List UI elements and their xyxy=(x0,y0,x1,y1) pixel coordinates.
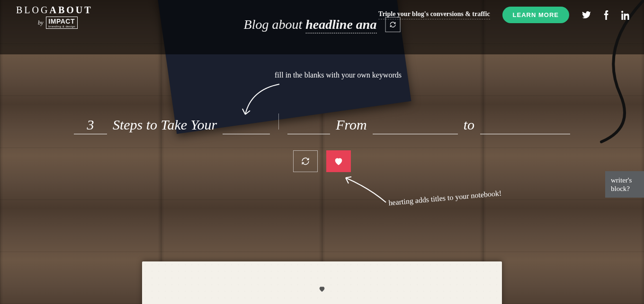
refresh-icon xyxy=(389,21,396,28)
action-row xyxy=(293,150,351,172)
impact-subtext: branding & design xyxy=(48,25,75,28)
blog-about-prefix: Blog about xyxy=(244,17,306,32)
logo-subtitle: by IMPACT branding & design xyxy=(16,17,93,29)
refresh-headline-button[interactable] xyxy=(293,150,318,172)
impact-text: IMPACT xyxy=(48,17,75,25)
impact-badge: IMPACT branding & design xyxy=(46,17,78,29)
writers-block-tab[interactable]: writer's block? xyxy=(605,171,644,198)
notebook[interactable] xyxy=(142,261,502,304)
heart-icon xyxy=(333,156,344,166)
notebook-heart-icon xyxy=(318,285,326,295)
logo-text: BLOGABOUT xyxy=(16,5,93,16)
arrow-heart-icon xyxy=(341,174,393,212)
logo-part1: BLOG xyxy=(16,5,49,15)
headline-text-1: Steps to Take Your xyxy=(113,117,217,133)
logo-by: by xyxy=(38,19,43,26)
headline-blank-4[interactable] xyxy=(480,117,570,134)
headline-blank-3[interactable] xyxy=(373,117,458,134)
logo-part2: ABOUT xyxy=(49,5,92,15)
heart-button[interactable] xyxy=(326,150,351,172)
facebook-icon[interactable] xyxy=(603,10,609,20)
logo[interactable]: BLOGABOUT by IMPACT branding & design xyxy=(16,5,93,29)
header-right: Triple your blog's conversions & traffic… xyxy=(378,7,631,23)
blog-about-text: Blog about headline ana xyxy=(244,17,377,32)
learn-more-button[interactable]: LEARN MORE xyxy=(502,7,569,23)
headline-template: Steps to Take Your From to xyxy=(0,113,644,134)
blog-about-topic[interactable]: headline ana xyxy=(305,17,376,34)
refresh-topic-button[interactable] xyxy=(385,17,400,32)
blank-separator xyxy=(276,113,282,130)
blog-about-row: Blog about headline ana xyxy=(244,17,401,32)
headline-text-2: From xyxy=(336,117,367,133)
hint-fill-blanks: fill in the blanks with your own keyword… xyxy=(275,71,402,79)
headline-blank-2a[interactable] xyxy=(223,117,270,134)
linkedin-icon[interactable] xyxy=(621,10,631,20)
twitter-icon[interactable] xyxy=(581,10,591,20)
refresh-icon xyxy=(301,157,310,165)
headline-blank-1[interactable] xyxy=(74,117,107,134)
headline-blank-2b[interactable] xyxy=(287,117,330,134)
headline-text-3: to xyxy=(464,117,474,133)
notebook-page xyxy=(142,261,502,304)
